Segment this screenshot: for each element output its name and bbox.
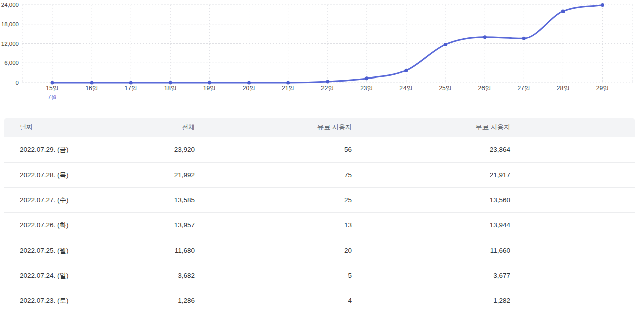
data-point [51, 81, 54, 85]
total-cell: 13,957 [119, 221, 195, 229]
date-cell: 2022.07.24. (일) [4, 271, 119, 280]
x-axis-tick-label: 26일 [478, 85, 491, 92]
data-point [247, 81, 251, 85]
table-row: 2022.07.27. (수)13,5852513,560 [4, 188, 635, 213]
date-cell: 2022.07.23. (토) [4, 296, 119, 305]
data-point [208, 81, 211, 85]
data-point [129, 81, 133, 85]
x-axis-tick-label: 22일 [321, 85, 334, 92]
free-users-cell: 13,560 [352, 196, 510, 204]
table-header-row: 날짜 전체 유료 사용자 무료 사용자 [4, 118, 635, 137]
y-axis-tick-label: 0 [16, 80, 19, 86]
x-axis-tick-label: 25일 [439, 85, 451, 92]
date-cell: 2022.07.25. (월) [4, 246, 119, 255]
col-header-paid: 유료 사용자 [195, 123, 352, 132]
y-axis-tick-label: 18,000 [1, 21, 19, 27]
x-axis-tick-label: 16일 [85, 85, 98, 92]
date-cell: 2022.07.27. (수) [4, 196, 119, 205]
x-axis-tick-label: 17일 [125, 85, 137, 92]
paid-users-cell: 13 [195, 221, 352, 229]
paid-users-cell: 25 [195, 196, 352, 204]
data-point [326, 80, 329, 84]
total-cell: 11,680 [119, 247, 195, 254]
total-cell: 13,585 [119, 196, 195, 204]
data-point [286, 81, 290, 85]
paid-users-cell: 56 [195, 146, 352, 153]
data-point [561, 9, 565, 13]
total-cell: 3,682 [119, 272, 195, 279]
paid-users-cell: 4 [195, 297, 352, 304]
col-header-total: 전체 [119, 123, 195, 132]
table-body: 2022.07.29. (금)23,9205623,8642022.07.28.… [4, 137, 635, 312]
col-header-date: 날짜 [4, 123, 119, 132]
data-point [404, 69, 408, 72]
y-axis-tick-label: 6,000 [4, 60, 19, 66]
y-axis-tick-label: 24,000 [1, 2, 19, 8]
total-cell: 1,286 [119, 297, 195, 304]
x-axis-tick-label: 23일 [360, 85, 373, 92]
x-axis-tick-label: 18일 [164, 85, 177, 92]
table-row: 2022.07.28. (목)21,9927521,917 [4, 163, 635, 188]
data-point [90, 81, 94, 85]
y-axis-tick-label: 12,000 [1, 41, 19, 47]
daily-users-table: 날짜 전체 유료 사용자 무료 사용자 2022.07.29. (금)23,92… [4, 118, 635, 312]
data-point [365, 76, 368, 80]
x-axis-tick-label: 29일 [596, 85, 609, 92]
free-users-cell: 23,864 [352, 146, 510, 153]
col-header-free: 무료 사용자 [352, 123, 510, 132]
x-axis-tick-label: 20일 [243, 85, 255, 92]
table-row: 2022.07.29. (금)23,9205623,864 [4, 137, 635, 163]
x-axis-tick-label: 15일 [46, 85, 58, 92]
paid-users-cell: 20 [195, 247, 352, 254]
table-row: 2022.07.26. (화)13,9571313,944 [4, 213, 635, 238]
date-cell: 2022.07.29. (금) [4, 145, 119, 154]
x-axis-tick-label: 28일 [557, 85, 570, 92]
total-cell: 23,920 [119, 146, 195, 153]
paid-users-cell: 5 [195, 272, 352, 279]
x-axis-tick-label: 21일 [282, 85, 294, 92]
data-point [522, 37, 526, 40]
month-label: 7월 [48, 94, 57, 101]
table-row: 2022.07.25. (월)11,6802011,660 [4, 238, 635, 263]
x-axis-tick-label: 27일 [518, 85, 530, 92]
x-axis-tick-label: 19일 [203, 85, 216, 92]
data-point [444, 43, 447, 46]
free-users-cell: 1,282 [352, 297, 510, 304]
paid-users-cell: 75 [195, 171, 352, 179]
data-point [601, 3, 604, 7]
table-row: 2022.07.23. (토)1,28641,282 [4, 288, 635, 312]
line-chart-svg: 06,00012,00018,00024,00015일16일17일18일19일2… [0, 0, 644, 103]
date-cell: 2022.07.26. (화) [4, 221, 119, 230]
table-row: 2022.07.24. (일)3,68253,677 [4, 263, 635, 288]
data-point [483, 35, 487, 39]
free-users-cell: 21,917 [352, 171, 510, 179]
date-cell: 2022.07.28. (목) [4, 171, 119, 180]
daily-users-line-chart: 06,00012,00018,00024,00015일16일17일18일19일2… [0, 0, 644, 103]
data-point [169, 81, 172, 85]
x-axis-tick-label: 24일 [399, 85, 412, 92]
total-cell: 21,992 [119, 171, 195, 179]
free-users-cell: 13,944 [352, 221, 510, 229]
free-users-cell: 3,677 [352, 272, 510, 279]
free-users-cell: 11,660 [352, 247, 510, 254]
